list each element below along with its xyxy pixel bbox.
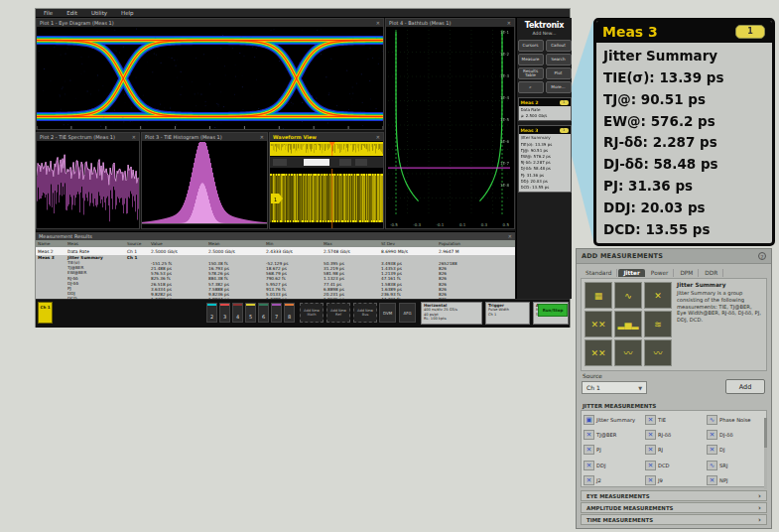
horizontal-badge[interactable]: Horizontal 400 ns/div 25 GS/s40 ps/ptRL:… xyxy=(421,302,482,325)
sidebar-button[interactable]: Cursors xyxy=(518,40,544,52)
results-column-header: Max xyxy=(322,241,379,246)
plot-bathtub: Plot 4 - Bathtub (Meas 1) ✕ 1E-11E-21E-3… xyxy=(385,18,515,229)
measurement-item[interactable]: ✕ DJ xyxy=(707,443,768,458)
add-button[interactable]: Add xyxy=(725,379,765,394)
measurement-item[interactable]: ✕ RJ-δδ xyxy=(645,427,707,442)
panel-header: ADD MEASUREMENTS ? xyxy=(577,249,771,264)
menu-item[interactable]: Utility xyxy=(91,10,107,16)
results-column-header: Population xyxy=(437,241,494,246)
channel-button[interactable]: 5 xyxy=(245,303,256,323)
gallery-thumbnail[interactable]: ∿ xyxy=(614,282,642,309)
close-icon[interactable]: ✕ xyxy=(376,20,380,26)
channel-color-stripe xyxy=(259,304,268,306)
results-row-meas2[interactable]: Meas 2 Data Rate Ch 1 2.5000 Gb/s 2.5000… xyxy=(36,247,515,255)
callout-line: EW@: 576.2 ps xyxy=(603,111,765,133)
menu-item[interactable]: Help xyxy=(121,10,134,16)
run-stop-button[interactable]: Run/Stop xyxy=(538,304,568,317)
channel-button[interactable]: 8 xyxy=(284,303,295,323)
menu-item[interactable]: File xyxy=(44,10,53,16)
measurement-item[interactable]: ✕ RJ xyxy=(645,443,707,458)
plot-spectrum-title: Plot 2 - TIE Spectrum (Meas 1) xyxy=(40,134,132,140)
sidebar-button[interactable]: ⌕ xyxy=(518,81,544,93)
measurement-tabs: StandardJitterPowerDPMDDR xyxy=(577,264,771,277)
measurement-tab[interactable]: Standard xyxy=(581,269,617,277)
channel-button[interactable]: 3 xyxy=(219,303,230,323)
measurement-tab[interactable]: DPM xyxy=(675,269,699,277)
close-icon[interactable]: ✕ xyxy=(260,134,264,140)
chevron-right-icon: › xyxy=(758,504,761,512)
add-new-button[interactable]: Add New Ref xyxy=(326,303,350,323)
add-new-button[interactable]: Add New Math xyxy=(300,303,324,323)
ber-axis-label: 1E-5 xyxy=(500,118,512,122)
channel-button[interactable]: 2 xyxy=(206,303,217,323)
measurement-item[interactable]: ✕ TJ@BER xyxy=(584,427,645,442)
measurement-item[interactable]: ✕ DCD xyxy=(645,458,707,472)
measurement-icon: ∿ xyxy=(707,415,717,425)
measurement-item[interactable]: ✕ NPJ xyxy=(707,473,768,488)
gallery-thumbnail[interactable]: 〰 xyxy=(644,339,672,366)
results-column-header: Source xyxy=(125,241,149,246)
measurement-item[interactable]: ∿ Phase Noise xyxy=(707,412,768,427)
close-icon[interactable]: ✕ xyxy=(376,134,380,140)
results-row-meas3[interactable]: Meas 3 Jitter Summary TIE(σ)TJ@BEREW@BER… xyxy=(36,255,515,302)
gallery-thumbnail[interactable]: ✕✕ xyxy=(584,339,612,366)
measurement-item[interactable]: ✕ TIE xyxy=(645,412,707,427)
channel-button[interactable]: 6 xyxy=(258,303,269,323)
source-dropdown[interactable]: Ch 1 ▼ xyxy=(582,381,647,394)
sidebar-button[interactable]: Search xyxy=(546,54,572,66)
accordion-section[interactable]: TIME MEASUREMENTS › xyxy=(581,514,767,525)
sidebar-button[interactable]: Callout xyxy=(546,40,572,52)
measurement-tab[interactable]: Power xyxy=(646,269,675,277)
measurement-item[interactable]: ∿ SRJ xyxy=(707,458,768,472)
meas2-badge-header: Meas 2 1 xyxy=(519,98,571,106)
gallery-thumbnail[interactable]: 〰 xyxy=(614,339,642,366)
accordion-section[interactable]: EYE MEASUREMENTS › xyxy=(581,490,767,501)
accordion-section[interactable]: AMPLITUDE MEASUREMENTS › xyxy=(581,502,767,513)
measurement-item[interactable]: ✕ PJ xyxy=(584,443,645,458)
close-icon[interactable]: ✕ xyxy=(508,233,512,239)
menu-item[interactable]: Edit xyxy=(66,10,77,16)
sidebar-button[interactable]: Results Table xyxy=(518,67,544,79)
channel-button[interactable]: 7 xyxy=(271,303,282,323)
scrollbar[interactable] xyxy=(764,418,767,489)
ber-axis-label: 1E-3 xyxy=(500,74,512,78)
dvm-button[interactable]: DVM xyxy=(379,303,396,323)
add-new-button[interactable]: Add New Bus xyxy=(353,303,377,323)
results-column-header: Value xyxy=(149,241,206,246)
gallery-thumbnail[interactable]: ≋ xyxy=(644,311,672,337)
measurement-item[interactable]: ✕ DDJ xyxy=(584,458,645,472)
meas3-callout: Meas 3 1 Jitter SummaryTIE(σ): 13.39 psT… xyxy=(593,18,775,246)
ber-axis-label: 1E-8 xyxy=(500,184,512,188)
channel-button[interactable]: 4 xyxy=(232,303,243,323)
measurement-item[interactable]: ✕ J2 xyxy=(584,473,645,488)
afg-button[interactable]: AFG xyxy=(399,303,416,323)
meas3-badge[interactable]: Meas 3 1 Jitter SummaryTIE(σ): 13.39 psT… xyxy=(518,125,572,193)
gallery-thumbnail[interactable]: ▦ xyxy=(584,282,612,309)
help-icon[interactable]: ? xyxy=(758,252,766,260)
trigger-badge[interactable]: Trigger Pulse WidthCh 1 xyxy=(485,302,530,325)
close-icon[interactable]: ✕ xyxy=(507,20,511,26)
add-new-label[interactable]: Add New... xyxy=(517,31,572,36)
sidebar-button[interactable]: More... xyxy=(546,81,572,93)
gallery-thumbnail[interactable]: ✕✕ xyxy=(584,311,612,337)
plot-bathtub-title: Plot 4 - Bathtub (Meas 1) xyxy=(389,20,507,26)
callout-line: RJ-δδ: 2.287 ps xyxy=(603,132,765,154)
measurement-tab[interactable]: Jitter xyxy=(618,269,644,277)
source-row: Source Ch 1 ▼ Add xyxy=(577,371,771,401)
gallery-thumbnail[interactable]: ▂▅▂ xyxy=(614,311,642,337)
measurement-item[interactable]: ▣ Jitter Summary xyxy=(584,412,645,427)
gallery-thumbnail[interactable]: ✕ xyxy=(644,282,672,309)
measurement-icon: ▣ xyxy=(584,415,594,425)
measurement-tab[interactable]: DDR xyxy=(700,269,723,277)
close-icon[interactable]: ✕ xyxy=(132,134,136,140)
measurement-item[interactable]: ✕ DJ-δδ xyxy=(707,427,768,442)
bathtub-x-axis: -0.5-0.3-0.10.10.30.5 xyxy=(390,223,509,227)
sidebar-buttons: CursorsCalloutMeasureSearchResults Table… xyxy=(517,40,572,93)
sidebar-button[interactable]: Plot xyxy=(546,67,572,79)
sidebar-button[interactable]: Measure xyxy=(518,54,544,66)
channel-1-badge[interactable]: Ch 1 xyxy=(38,302,53,324)
meas2-badge[interactable]: Meas 2 1 Data Rateµ: 2.500 Gb/s xyxy=(518,97,572,121)
menu-bar: FileEditUtilityHelp xyxy=(36,9,570,18)
measurement-item[interactable]: ✕ J9 xyxy=(645,473,707,488)
add-measurements-panel: ADD MEASUREMENTS ? StandardJitterPowerDP… xyxy=(576,248,772,529)
